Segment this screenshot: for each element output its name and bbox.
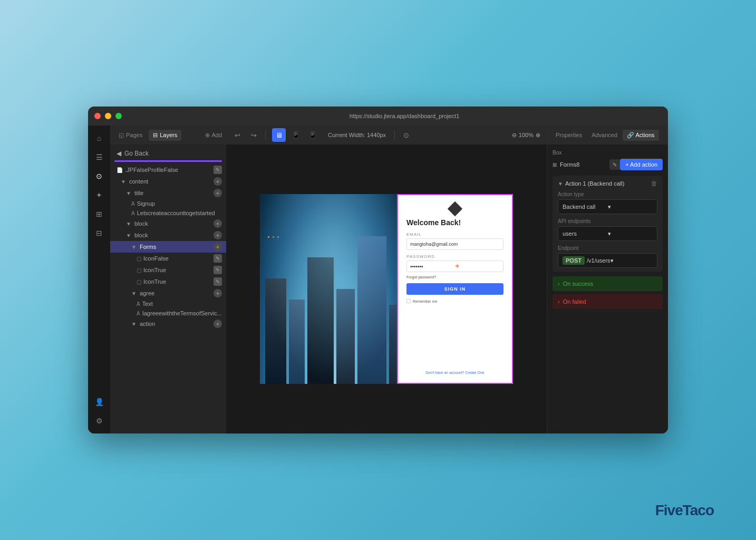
zoom-out-icon[interactable]: ⊖ <box>512 132 517 139</box>
tab-layers[interactable]: ⊟ Layers <box>149 130 181 141</box>
api-endpoints-value: users <box>563 230 608 237</box>
tab-properties[interactable]: Properties <box>551 130 586 140</box>
on-failed-section[interactable]: › On failed <box>553 294 663 309</box>
layer-item[interactable]: A IagreeewiththeTermsofServic... <box>110 308 226 318</box>
add-action-button[interactable]: + Add action <box>620 159 663 170</box>
tab-actions[interactable]: 🔗 Actions <box>623 130 659 141</box>
sidebar-layers[interactable]: ⊟ <box>91 225 108 242</box>
edit-icon[interactable]: ✎ <box>214 277 222 286</box>
sidebar-grid[interactable]: ⊞ <box>91 206 108 223</box>
layer-item[interactable]: A Signup <box>110 199 226 208</box>
sidebar-home[interactable]: ⌂ <box>91 130 108 147</box>
browser-window: https://studio.jtera.app/dashboard_proje… <box>88 107 668 433</box>
sidebar-document[interactable]: ☰ <box>91 149 108 166</box>
layer-item[interactable]: ▼ content + <box>110 176 226 187</box>
mobile-view-button[interactable]: 📱 <box>306 128 319 142</box>
action-type-field: Action type Backend call ▾ <box>553 191 663 218</box>
layer-item[interactable]: ▼ block + <box>110 218 226 229</box>
zoom-in-icon[interactable]: ⊕ <box>536 132 540 139</box>
on-success-label: On success <box>563 281 593 287</box>
icon-sidebar: ⌂ ☰ ⊙ ✦ ⊞ ⊟ 👤 ⚙ <box>88 126 110 433</box>
close-button[interactable] <box>94 113 101 119</box>
delete-action-icon[interactable]: 🗑 <box>651 180 657 187</box>
settings-icon[interactable]: ⊙ <box>401 130 411 141</box>
maximize-button[interactable] <box>115 113 122 119</box>
forgot-password-link[interactable]: Forgot password? <box>406 275 503 279</box>
create-one-link[interactable]: Create One <box>466 371 484 374</box>
tab-pages[interactable]: ◱ Pages <box>114 130 147 141</box>
password-input[interactable]: ••••••• 👁 <box>406 261 503 272</box>
edit-icon[interactable]: ✎ <box>214 266 222 274</box>
method-badge: POST <box>563 256 585 265</box>
layer-item-forms[interactable]: ▼ Forms + <box>110 241 226 253</box>
add-icon[interactable]: + <box>214 243 222 251</box>
toolbar-right: ⊖ 100% ⊕ <box>512 132 540 139</box>
eye-icon[interactable]: 👁 <box>455 264 500 269</box>
endpoint-dropdown[interactable]: POST /v1/users ▾ <box>558 253 657 268</box>
layer-name: IagreeewiththeTermsofServic... <box>142 310 222 316</box>
layer-item[interactable]: A Letscreateaccounttogetstarted <box>110 208 226 218</box>
edit-name-button[interactable]: ✎ <box>609 159 620 170</box>
action-type-dropdown[interactable]: Backend call ▾ <box>558 199 657 214</box>
api-endpoints-dropdown[interactable]: users ▾ <box>558 226 657 241</box>
layer-name: block <box>134 220 214 227</box>
canvas-area: ↩ ↪ 🖥 📱 📱 Current Width: 1440px ⊙ ⊖ 100%… <box>226 126 547 433</box>
layer-item[interactable]: ▼ block + <box>110 229 226 241</box>
on-success-section[interactable]: › On success <box>553 276 663 291</box>
email-input[interactable]: mangtoha@gmail.com <box>406 238 503 250</box>
expand-icon: ▼ <box>131 321 138 327</box>
zoom-control[interactable]: ⊖ 100% ⊕ <box>512 132 540 139</box>
sidebar-share[interactable]: ✦ <box>91 187 108 204</box>
layer-name: block <box>134 232 214 238</box>
chevron-down-icon: ▾ <box>610 257 653 264</box>
add-icon: ⊕ <box>205 132 210 139</box>
grid-icon: ⊞ <box>553 162 557 168</box>
right-panel-content: Box ⊞ Forms8 ✎ + Add action ▼ <box>547 144 668 433</box>
action-title: Action 1 (Backend call) <box>565 180 651 187</box>
canvas-width: Current Width: 1440px <box>328 132 386 138</box>
tab-add[interactable]: ⊕ Add <box>205 132 222 139</box>
edit-icon[interactable]: ✎ <box>214 254 222 263</box>
sidebar-target[interactable]: ⊙ <box>91 168 108 185</box>
layer-item[interactable]: ▼ agree + <box>110 287 226 299</box>
sidebar-settings[interactable]: ⚙ <box>91 412 108 429</box>
layer-item[interactable]: ▢ IconFalse ✎ <box>110 253 226 264</box>
tablet-view-button[interactable]: 📱 <box>289 128 303 142</box>
add-icon[interactable]: + <box>214 189 222 197</box>
remember-checkbox[interactable] <box>406 299 411 303</box>
text-icon: A <box>137 311 140 316</box>
go-back-button[interactable]: ◀ Go Back <box>110 147 226 160</box>
page-preview: Welcome Back! EMAIL mangtoha@gmail.com P… <box>260 194 513 384</box>
layers-icon: ⊟ <box>153 132 158 139</box>
add-icon[interactable]: + <box>214 320 222 328</box>
go-back-label: Go Back <box>124 150 149 157</box>
pages-tab-label: Pages <box>126 132 142 138</box>
layer-item[interactable]: A Text <box>110 299 226 308</box>
add-icon[interactable]: + <box>214 177 222 186</box>
add-icon[interactable]: + <box>214 219 222 228</box>
redo-button[interactable]: ↪ <box>249 130 259 141</box>
add-icon[interactable]: + <box>214 231 222 239</box>
action-type-label: Action type <box>558 191 657 197</box>
browser-body: ⌂ ☰ ⊙ ✦ ⊞ ⊟ 👤 ⚙ ◱ Pages ⊟ Layers <box>88 126 668 433</box>
url-bar[interactable]: https://studio.jtera.app/dashboard_proje… <box>147 113 662 119</box>
link-icon: 🔗 <box>627 132 634 138</box>
layer-item[interactable]: ▢ IconTrue ✎ <box>110 264 226 276</box>
add-icon[interactable]: + <box>214 289 222 297</box>
building-scene <box>260 194 408 384</box>
action-header[interactable]: ▼ Action 1 (Backend call) 🗑 <box>553 176 663 191</box>
layer-item[interactable]: ▼ title + <box>110 187 226 199</box>
edit-icon[interactable]: ✎ <box>214 166 222 174</box>
minimize-button[interactable] <box>105 113 111 119</box>
layers-panel: ◱ Pages ⊟ Layers ⊕ Add ◀ Go Back <box>110 126 226 433</box>
layer-name: content <box>129 178 214 185</box>
layer-item[interactable]: ▼ action + <box>110 318 226 330</box>
sidebar-users[interactable]: 👤 <box>91 393 108 410</box>
sign-in-button[interactable]: SIGN IN <box>406 283 503 295</box>
layer-item[interactable]: ▢ IconTrue ✎ <box>110 276 226 287</box>
undo-button[interactable]: ↩ <box>232 130 243 141</box>
layer-item[interactable]: 📄 .JPFalseProfileFalse ✎ <box>110 164 226 176</box>
desktop-view-button[interactable]: 🖥 <box>272 128 286 142</box>
layer-name: action <box>140 321 214 327</box>
tab-advanced[interactable]: Advanced <box>587 130 622 140</box>
